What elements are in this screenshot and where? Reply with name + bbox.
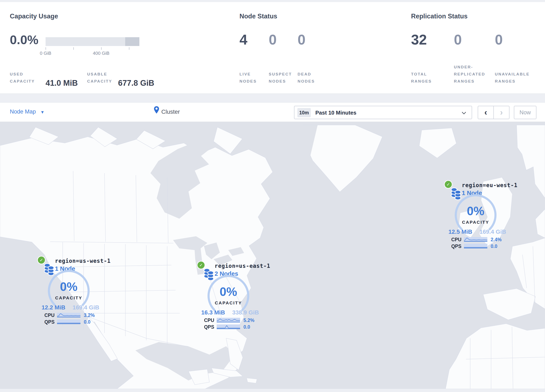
live-nodes-label: LIVENODES — [240, 71, 257, 85]
total-capacity: 338.9 GiB — [232, 309, 259, 316]
capacity-bar-reserved-segment — [125, 37, 139, 46]
qps-sparkline — [464, 244, 487, 248]
breadcrumb-cluster[interactable]: Cluster — [161, 108, 180, 115]
cpu-value: 5.2% — [243, 317, 254, 323]
gauge-capacity-label: CAPACITY — [455, 220, 496, 225]
replication-status-title: Replication Status — [411, 12, 467, 20]
capacity-values: 16.3 MiB 338.9 GiB — [201, 309, 259, 316]
live-nodes-count: 4 — [240, 31, 248, 48]
total-capacity: 169.4 GiB — [479, 229, 506, 235]
suspect-nodes-count: 0 — [269, 31, 277, 48]
gauge-capacity-label: CAPACITY — [48, 295, 90, 300]
region-marker-us-east-1[interactable]: ✓ region=us-east-1 2 Nodes 0% CAPACITY 1… — [198, 261, 266, 333]
qps-label: QPS — [38, 319, 55, 325]
view-selector-node-map[interactable]: Node Map — [10, 108, 36, 115]
time-prev-button[interactable]: ‹ — [478, 106, 494, 119]
capacity-values: 12.2 MiB 169.4 GiB — [42, 304, 99, 311]
under-replicated-label: UNDER-REPLICATEDRANGES — [454, 63, 485, 85]
chevron-down-icon: ▾ — [41, 109, 44, 115]
total-capacity: 169.4 GiB — [73, 304, 99, 311]
qps-value: 0.0 — [243, 324, 250, 330]
gauge-capacity-label: CAPACITY — [208, 300, 249, 305]
cpu-label: CPU — [445, 237, 461, 243]
time-range-badge: 10m — [297, 108, 311, 117]
capacity-bar — [46, 37, 139, 46]
status-ok-icon: ✓ — [38, 256, 45, 264]
time-step-buttons: ‹ › — [478, 106, 509, 119]
capacity-values: 12.5 MiB 169.4 GiB — [448, 229, 506, 235]
cpu-row: CPU 2.4% — [445, 237, 509, 242]
region-marker-us-west-1[interactable]: ✓ region=us-west-1 1 Node 0% CAPACITY 12… — [38, 256, 107, 328]
under-replicated-count: 0 — [454, 31, 462, 48]
map-toolbar: Node Map ▾ Cluster 10m Past 10 Minutes ‹… — [0, 102, 545, 122]
cluster-summary-card: Capacity Usage 0.0% 0 GiB 400 GiB USEDCA… — [0, 2, 545, 94]
unavailable-label: UNAVAILABLERANGES — [495, 71, 530, 85]
world-map — [0, 122, 545, 389]
node-status-title: Node Status — [240, 12, 277, 20]
time-range-label: Past 10 Minutes — [315, 110, 357, 116]
status-ok-icon: ✓ — [198, 261, 204, 269]
gauge-percent: 0% — [48, 280, 90, 293]
axis-label-400: 400 GiB — [89, 51, 114, 56]
time-next-button[interactable]: › — [494, 106, 509, 119]
qps-row: QPS 0.0 — [445, 243, 509, 249]
total-ranges-label: TOTALRANGES — [411, 71, 432, 85]
used-capacity: 16.3 MiB — [201, 309, 225, 316]
suspect-nodes-label: SUSPECTNODES — [269, 71, 292, 85]
axis-tick — [129, 47, 129, 50]
axis-label-zero: 0 GiB — [33, 51, 58, 56]
cpu-sparkline — [57, 313, 81, 317]
unavailable-count: 0 — [495, 31, 503, 48]
qps-label: QPS — [198, 324, 214, 330]
cpu-row: CPU 5.2% — [198, 317, 262, 323]
usable-capacity-label: USABLECAPACITY — [87, 71, 112, 85]
qps-row: QPS 0.0 — [38, 319, 103, 325]
cpu-value: 3.2% — [84, 312, 95, 318]
region-marker-eu-west-1[interactable]: ✓ region=eu-west-1 1 Node 0% CAPACITY 12… — [445, 181, 514, 252]
qps-value: 0.0 — [491, 243, 497, 249]
usable-capacity-value: 677.8 GiB — [118, 79, 154, 87]
cpu-sparkline — [217, 318, 240, 322]
axis-tick — [73, 47, 74, 50]
cpu-sparkline — [464, 237, 487, 242]
gauge-percent: 0% — [208, 285, 249, 299]
region-name: region=us-east-1 — [215, 263, 270, 269]
location-pin-icon — [154, 106, 159, 115]
region-name: region=eu-west-1 — [462, 182, 517, 188]
status-ok-icon: ✓ — [445, 181, 452, 188]
dead-nodes-count: 0 — [297, 31, 305, 48]
dead-nodes-label: DEADNODES — [297, 71, 315, 85]
qps-value: 0.0 — [84, 319, 91, 325]
qps-sparkline — [217, 324, 240, 329]
cpu-row: CPU 3.2% — [38, 312, 103, 318]
cpu-label: CPU — [38, 312, 55, 318]
now-button[interactable]: Now — [514, 106, 536, 119]
qps-label: QPS — [445, 243, 461, 249]
time-range-dropdown[interactable]: 10m Past 10 Minutes — [294, 106, 472, 119]
axis-tick — [101, 47, 102, 50]
qps-sparkline — [57, 319, 81, 324]
capacity-percent: 0.0% — [10, 33, 38, 47]
cpu-value: 2.4% — [491, 237, 502, 243]
used-capacity: 12.5 MiB — [448, 229, 472, 235]
used-capacity: 12.2 MiB — [42, 304, 65, 311]
gauge-percent: 0% — [455, 204, 496, 218]
capacity-usage-title: Capacity Usage — [10, 12, 58, 20]
cpu-label: CPU — [198, 317, 214, 323]
qps-row: QPS 0.0 — [198, 324, 262, 330]
node-map[interactable]: ✓ region=us-west-1 1 Node 0% CAPACITY 12… — [0, 122, 545, 389]
total-ranges-count: 32 — [411, 31, 427, 48]
chevron-down-icon — [462, 112, 466, 115]
region-name: region=us-west-1 — [55, 258, 111, 264]
axis-tick — [46, 47, 46, 50]
used-capacity-label: USEDCAPACITY — [10, 71, 35, 85]
used-capacity-value: 41.0 MiB — [46, 79, 78, 87]
